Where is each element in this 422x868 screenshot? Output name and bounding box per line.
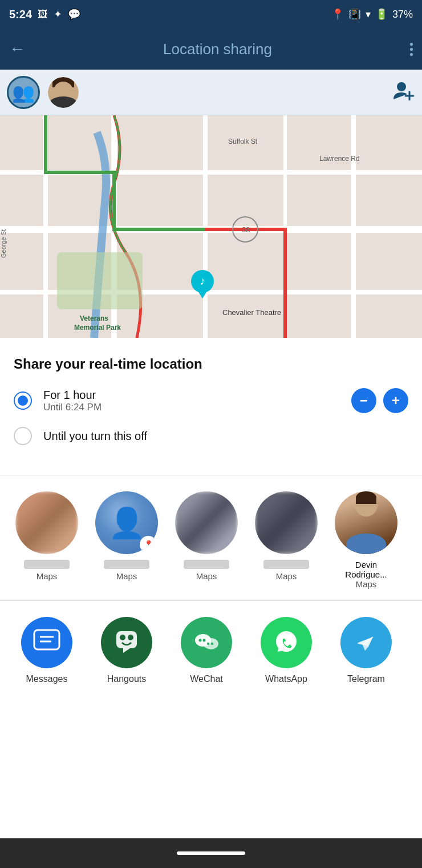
option-1-hour-text: For 1 hour Until 6:24 PM: [43, 389, 340, 413]
contact-avatar-2: 👤 📍: [95, 491, 158, 554]
app-item-whatsapp[interactable]: WhatsApp: [246, 617, 326, 684]
contact-name-blur-2: [104, 560, 149, 569]
app-item-messages[interactable]: Messages: [7, 617, 87, 684]
contact-surname-5: Rodrigue...: [345, 570, 387, 579]
svg-text:Veterans: Veterans: [80, 314, 108, 322]
svg-text:Suffolk St: Suffolk St: [228, 138, 258, 146]
location-pin: ♪: [189, 267, 216, 304]
map-svg: Veterans Memorial Park Chevalier Theatre…: [0, 115, 422, 338]
app-bar-title: Location sharing: [34, 41, 401, 58]
svg-point-0: [397, 82, 406, 91]
app-item-hangouts[interactable]: Hangouts: [87, 617, 167, 684]
tab-person[interactable]: [47, 76, 80, 109]
wifi-icon: ▾: [366, 8, 371, 21]
real-hair: [356, 491, 376, 504]
increment-button[interactable]: +: [383, 388, 408, 413]
contact-item-1[interactable]: Maps: [7, 491, 87, 589]
wechat-label: WeChat: [190, 674, 223, 684]
battery-icon: 🔋: [375, 8, 388, 21]
messages-label: Messages: [26, 674, 68, 684]
vibrate-icon: 📳: [348, 8, 361, 21]
contact-app-4: Maps: [276, 571, 297, 581]
hangouts-icon: [101, 617, 152, 668]
face-body: [50, 96, 77, 108]
contact-item-5[interactable]: Devin Rodrigue... Maps: [326, 491, 406, 589]
whatsapp-svg: [271, 628, 301, 657]
telegram-icon: [340, 617, 392, 668]
contact-avatar-blur-4: [255, 491, 318, 554]
status-bar-left: 5:24 🖼 ✦ 💬: [9, 8, 80, 21]
contact-avatar-blur-3: [175, 491, 238, 554]
contact-name-blur-1: [24, 560, 70, 569]
contact-avatar-real: [335, 491, 397, 554]
more-options-button[interactable]: [410, 43, 413, 56]
telegram-label: Telegram: [347, 674, 385, 684]
wechat-svg: [192, 628, 221, 657]
app-item-telegram[interactable]: Telegram: [326, 617, 406, 684]
svg-rect-12: [57, 252, 143, 309]
add-person-button[interactable]: [392, 79, 415, 106]
svg-rect-31: [128, 635, 133, 640]
contact-app-2: Maps: [116, 571, 137, 581]
radio-1-hour[interactable]: [14, 391, 32, 410]
contact-item-2[interactable]: 👤 📍 Maps: [87, 491, 167, 589]
maps-badge-icon: 📍: [142, 538, 155, 551]
share-title: Share your real-time location: [14, 356, 408, 372]
apps-section: Messages Hangouts: [0, 605, 422, 691]
app-item-wechat[interactable]: WeChat: [167, 617, 246, 684]
svg-point-37: [211, 643, 213, 645]
apps-grid: Messages Hangouts: [7, 617, 415, 684]
contact-avatar-1: [15, 491, 78, 554]
radio-turn-off[interactable]: [14, 427, 32, 445]
svg-rect-30: [120, 635, 125, 640]
svg-point-34: [199, 639, 202, 642]
time-controls: − +: [351, 388, 408, 413]
messages-icon: [21, 617, 72, 668]
dot1: [410, 43, 413, 46]
status-bar-right: 📍 📳 ▾ 🔋 37%: [331, 8, 413, 21]
whatsapp-label: WhatsApp: [265, 674, 307, 684]
group-icon: 👥: [12, 82, 35, 103]
svg-text:38: 38: [242, 225, 250, 234]
contact-name-blur-3: [184, 560, 229, 569]
svg-rect-26: [34, 630, 59, 649]
tabs-row: 👥: [0, 70, 422, 115]
status-time: 5:24: [9, 8, 32, 21]
wechat-icon: [181, 617, 232, 668]
option-turn-off-label: Until you turn this off: [43, 430, 408, 443]
tab-group[interactable]: 👥: [7, 76, 40, 109]
svg-point-36: [207, 643, 209, 645]
contact-app-5: Maps: [356, 579, 377, 589]
divider-1: [0, 475, 422, 475]
chat-icon: 💬: [68, 8, 80, 21]
contacts-grid: Maps 👤 📍 Maps: [7, 491, 415, 589]
contact-name-5: Devin: [355, 560, 377, 570]
contact-item-4[interactable]: Maps: [246, 491, 326, 589]
svg-text:♪: ♪: [200, 274, 205, 287]
back-button[interactable]: ←: [9, 40, 25, 58]
decrement-button[interactable]: −: [351, 388, 376, 413]
person-icon: 👤: [108, 506, 145, 540]
apps-icon: ✦: [54, 8, 62, 21]
whatsapp-icon: [261, 617, 312, 668]
option-1-hour-label: For 1 hour: [43, 389, 340, 402]
photo-icon: 🖼: [38, 9, 48, 21]
app-bar: ← Location sharing: [0, 29, 422, 70]
location-icon: 📍: [331, 8, 344, 21]
telegram-svg: [351, 628, 381, 657]
person-face: [48, 77, 79, 108]
svg-text:📍: 📍: [144, 540, 154, 550]
contact-name-blur-4: [263, 560, 309, 569]
svg-point-35: [203, 639, 206, 642]
radio-1-hour-inner: [18, 395, 28, 406]
add-person-icon: [392, 79, 415, 102]
nav-pill: [177, 851, 245, 855]
svg-text:Chevalier Theatre: Chevalier Theatre: [222, 308, 281, 317]
real-body: [346, 534, 386, 554]
contact-app-3: Maps: [196, 571, 217, 581]
option-turn-off-row: Until you turn this off: [14, 427, 408, 445]
contact-app-1: Maps: [36, 571, 58, 581]
svg-text:George St: George St: [0, 229, 7, 258]
contact-item-3[interactable]: Maps: [167, 491, 246, 589]
contact-avatar-5: [335, 491, 397, 554]
